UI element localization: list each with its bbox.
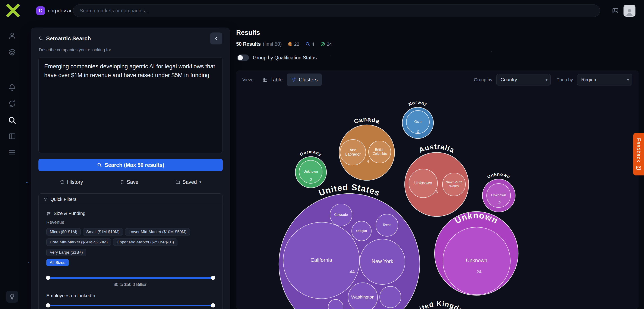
folder-icon: [175, 180, 180, 185]
revenue-max-handle[interactable]: [211, 276, 215, 280]
user-icon[interactable]: [8, 32, 16, 40]
collapse-panel-button[interactable]: [210, 33, 222, 45]
saved-dropdown-button[interactable]: Saved ▾: [175, 179, 201, 185]
svg-text:Unknown: Unknown: [491, 193, 506, 197]
svg-text:2: 2: [310, 177, 312, 182]
employees-min-handle[interactable]: [46, 303, 50, 307]
save-button[interactable]: Save: [120, 179, 138, 185]
view-table-button[interactable]: Table: [258, 74, 287, 86]
chevron-down-icon: ▾: [627, 77, 629, 82]
size-funding-section-title: Size & Funding: [54, 211, 86, 216]
bubble-germany[interactable]: UnknownGermany2: [292, 149, 330, 188]
revenue-chip-all-sizes[interactable]: All Sizes: [46, 259, 69, 266]
brand-name: corpdev.ai: [48, 8, 71, 14]
view-clusters-button[interactable]: Clusters: [287, 74, 322, 86]
status-count-hot: 22: [288, 42, 299, 47]
lightbulb-icon: [9, 293, 15, 300]
sliders-icon: [46, 211, 51, 216]
clusters-icon: [291, 77, 296, 82]
globe-icon: [288, 42, 292, 47]
sidebar: [0, 21, 28, 309]
revenue-min-handle[interactable]: [46, 276, 50, 280]
chevron-down-icon: ▾: [546, 77, 548, 82]
svg-text:Unknown: Unknown: [414, 181, 432, 185]
revenue-chips-active-row: All Sizes: [46, 259, 215, 266]
bubble-united-kingdom[interactable]: United Kingdom: [405, 300, 475, 309]
search-button[interactable]: Search (Max 50 results): [38, 159, 223, 171]
star-dot: [28, 262, 29, 263]
results-limit: (limit 50): [263, 41, 282, 47]
status-count-review: 4: [305, 42, 314, 47]
svg-text:6: 6: [436, 189, 438, 194]
global-search-input[interactable]: [73, 5, 600, 17]
bubble-australia[interactable]: UnknownNew SouthWalesAustralia6: [401, 143, 472, 216]
svg-text:Unknown: Unknown: [304, 169, 318, 173]
group-by-qualification-toggle[interactable]: [237, 55, 249, 61]
employees-max-handle[interactable]: [211, 303, 215, 307]
actions-row: History Save Saved ▾: [38, 177, 223, 187]
then-by-label: Then by:: [557, 77, 574, 82]
svg-text:2: 2: [498, 200, 501, 205]
query-textarea[interactable]: Emerging companies developing agentic AI…: [38, 57, 223, 153]
layers-icon[interactable]: [8, 48, 16, 56]
panel-icon[interactable]: [8, 132, 16, 140]
history-button[interactable]: History: [60, 179, 83, 185]
results-card: View: Table Clusters Group by: Country ▾…: [236, 71, 638, 309]
bubble-unknown[interactable]: UnknownUnknown2: [479, 172, 519, 212]
revenue-chip[interactable]: Very Large ($1B+): [46, 249, 86, 256]
search-icon[interactable]: [8, 116, 16, 124]
svg-text:44: 44: [350, 269, 355, 274]
results-area: Results 50 Results (limit 50) 22 4 24 Gr…: [236, 28, 638, 309]
revenue-chips: Micro ($0-$1M)Small ($1M-$10M)Lower Mid-…: [46, 228, 215, 256]
brand-badge: C: [36, 7, 45, 15]
avatar[interactable]: [624, 5, 636, 17]
query-text: Emerging companies developing: [44, 63, 130, 70]
svg-text:4: 4: [367, 159, 370, 163]
panel-title: Semantic Search: [46, 35, 91, 42]
then-by-dropdown[interactable]: Region ▾: [577, 74, 632, 86]
bell-icon[interactable]: [8, 84, 16, 92]
svg-text:Colorado: Colorado: [334, 213, 348, 216]
svg-text:Germany: Germany: [299, 149, 323, 157]
results-title: Results: [236, 29, 260, 37]
envelope-icon: [636, 165, 642, 171]
employees-label: Employees on LinkedIn: [46, 293, 215, 298]
svg-text:Oregon: Oregon: [356, 229, 367, 232]
list-icon[interactable]: [8, 148, 16, 156]
employees-range-slider[interactable]: [46, 303, 215, 307]
history-icon: [60, 179, 65, 185]
results-count: 50 Results: [236, 41, 261, 47]
revenue-chip[interactable]: Small ($1M-$10M): [83, 228, 123, 235]
revenue-chip[interactable]: Upper Mid-Market ($250M-$1B): [113, 238, 177, 246]
app-logo-x-icon[interactable]: [6, 3, 20, 18]
revenue-chip[interactable]: Micro ($0-$1M): [46, 228, 81, 235]
svg-text:Washington: Washington: [351, 294, 374, 299]
bubble-unknown[interactable]: UnknownUnknown24: [434, 210, 518, 295]
slider-track[interactable]: [46, 277, 215, 279]
svg-text:Unknown: Unknown: [486, 172, 511, 179]
search-icon: [38, 36, 44, 41]
svg-text:Norway: Norway: [408, 100, 428, 107]
sync-icon[interactable]: [8, 100, 16, 108]
toggle-label: Group by Qualification Status: [253, 55, 317, 61]
slider-track[interactable]: [46, 305, 215, 306]
revenue-chip[interactable]: Core Mid-Market ($50M-$250M): [46, 238, 111, 246]
revenue-chip[interactable]: Lower Mid-Market ($10M-$50M): [125, 228, 190, 235]
lightbulb-button[interactable]: [6, 291, 18, 302]
feedback-label: Feedback: [636, 138, 642, 162]
cluster-chart[interactable]: OsloNorway2AndLabradorBritishColumbiaCan…: [237, 92, 638, 309]
group-by-label: Group by:: [474, 77, 494, 82]
image-icon[interactable]: [612, 7, 619, 14]
bubble-united-states[interactable]: CaliforniaNew YorkColoradoOregonTexasWas…: [276, 182, 423, 309]
semantic-search-panel: Semantic Search Describe companies you'r…: [31, 28, 230, 309]
topbar: C corpdev.ai: [0, 0, 644, 21]
magnifier-icon: [305, 42, 310, 47]
feedback-tab[interactable]: Feedback: [633, 133, 644, 175]
svg-text:Oslo: Oslo: [414, 120, 421, 124]
panel-subtitle: Describe companies you're looking for: [39, 48, 111, 52]
bubble-norway[interactable]: OsloNorway2: [399, 100, 437, 138]
bubble-canada[interactable]: AndLabradorBritishColumbiaCanada4: [336, 116, 398, 180]
group-by-dropdown[interactable]: Country ▾: [496, 74, 551, 86]
revenue-range-slider[interactable]: [46, 276, 215, 280]
caret-down-icon: ▾: [200, 180, 201, 184]
